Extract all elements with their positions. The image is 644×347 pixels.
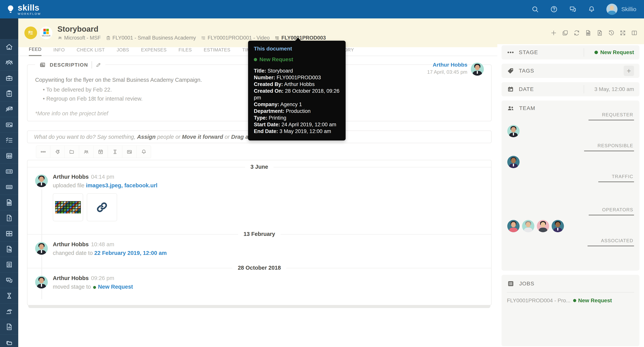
edit-description-icon[interactable] (96, 62, 101, 68)
pdf-export-icon[interactable] (596, 29, 603, 36)
more-options-button[interactable] (36, 145, 50, 158)
sidebar-item-home[interactable] (0, 39, 18, 55)
sidebar-item-card[interactable] (0, 117, 18, 133)
add-icon[interactable] (550, 29, 557, 36)
time-button[interactable] (108, 145, 122, 158)
breadcrumb-parent-job[interactable]: FLY0001PROD001 - Video (201, 35, 270, 41)
job-list-item[interactable]: FLY0001PROD004 - Pro... New Request (507, 298, 634, 304)
job-code: FLY0001PROD004 - Pro... (507, 298, 570, 304)
tab-expenses[interactable]: EXPENSES (141, 47, 166, 56)
sidebar-item-payment-check[interactable]: $ (0, 164, 18, 179)
feed-author-link[interactable]: Arthur Hobbs (53, 275, 89, 281)
responsible-avatar[interactable] (507, 156, 520, 168)
sidebar-item-hourglass[interactable] (0, 288, 18, 304)
calendar-icon (98, 149, 104, 155)
refresh-icon[interactable] (573, 29, 580, 36)
feed-author-link[interactable]: Arthur Hobbs (53, 174, 89, 180)
sidebar-item-archive-drawer[interactable] (0, 226, 18, 241)
workflow-button[interactable] (50, 145, 65, 158)
sidebar-item-calculator[interactable] (0, 148, 18, 164)
operator-avatar[interactable] (522, 220, 534, 232)
requester-avatar[interactable] (507, 125, 520, 137)
breadcrumb-campaign[interactable]: FLY0001 - Small Business Academy (106, 35, 196, 41)
assign-people-button[interactable] (79, 145, 94, 158)
role-operators-label: OPERATORS (507, 207, 634, 215)
job-stage: New Request (578, 298, 612, 304)
attachment-url-thumbnail[interactable] (87, 193, 117, 221)
sidebar-item-estimate-doc[interactable] (0, 195, 18, 210)
form-button[interactable] (122, 145, 137, 158)
job-list-icon (201, 35, 206, 40)
schedule-button[interactable] (94, 145, 108, 158)
sidebar-item-keyboard[interactable] (0, 179, 18, 195)
description-author-avatar[interactable] (471, 62, 484, 76)
tab-info[interactable]: INFO (54, 47, 65, 56)
sidebar-item-billing-chat[interactable]: $ (0, 273, 18, 288)
client-logo-microsoft[interactable]: Microsoft (40, 26, 52, 39)
sidebar-item-presentation[interactable] (0, 101, 18, 117)
tab-files[interactable]: FILES (178, 47, 192, 56)
role-associated-label: ASSOCIATED (507, 238, 634, 246)
logo-title: skills (18, 3, 41, 12)
feed-entry-avatar[interactable] (35, 276, 48, 289)
breadcrumb: Microsoft - MSF FLY0001 - Small Business… (58, 35, 326, 41)
split-view-icon[interactable] (631, 29, 638, 36)
keyboard-icon (5, 183, 14, 191)
date-section[interactable]: DATE 3 May, 12:00 am (502, 82, 640, 96)
sidebar-item-vacation-umbrella[interactable] (0, 304, 18, 319)
composer-move: Move it forward (182, 134, 223, 140)
search-icon[interactable] (531, 5, 539, 13)
notifications-icon[interactable] (588, 5, 596, 13)
sidebar-item-briefcase[interactable] (0, 70, 18, 86)
changed-date-link[interactable]: 22 February 2019, 12:00 am (94, 250, 167, 256)
reminder-button[interactable] (137, 145, 151, 158)
expand-icon[interactable] (619, 29, 626, 36)
sidebar-item-invoice-doc[interactable]: $ (0, 210, 18, 226)
sidebar-item-report-chart[interactable] (0, 319, 18, 335)
sidebar-item-tasks[interactable] (0, 86, 18, 101)
description-timestamp: 17 April, 03:45 pm (427, 69, 467, 75)
add-tag-button[interactable]: + (624, 66, 634, 76)
description-author-link[interactable]: Arthur Hobbs (427, 62, 467, 68)
operator-avatar[interactable] (552, 220, 564, 232)
user-menu[interactable]: Skillio (606, 4, 636, 15)
team-section: TEAM REQUESTER RESPONSIBLE TRAFFIC OPERA… (502, 101, 640, 271)
estimate-doc-icon[interactable] (585, 29, 592, 36)
sidebar-item-receipt[interactable] (0, 257, 18, 273)
lightbulb-icon (6, 4, 16, 14)
operator-avatar[interactable] (507, 220, 520, 232)
history-icon[interactable] (608, 29, 615, 36)
attachment-list (53, 193, 158, 221)
stage-link[interactable]: New Request (98, 284, 133, 290)
feed-entry-avatar[interactable] (35, 174, 48, 187)
tab-jobs[interactable]: JOBS (117, 47, 129, 56)
operator-avatar[interactable] (537, 220, 549, 232)
tab-estimates[interactable]: ESTIMATES (204, 47, 230, 56)
sidebar-item-document[interactable] (0, 241, 18, 257)
help-icon[interactable] (550, 5, 558, 13)
attach-file-button[interactable] (65, 145, 79, 158)
home-icon (5, 43, 14, 51)
app-logo[interactable]: skills WORKFLOW (6, 3, 41, 15)
feed-entry-avatar[interactable] (35, 242, 48, 255)
tooltip-title: This document (254, 46, 340, 52)
tab-check-list[interactable]: CHECK LIST (76, 47, 105, 56)
stage-section[interactable]: STAGE New Request (502, 45, 640, 59)
uploaded-file-link[interactable]: images3.jpeg, (86, 182, 123, 188)
estimate-doc-icon (5, 198, 14, 207)
composer-assign: Assign (137, 134, 156, 140)
sidebar-item-folders[interactable] (0, 335, 18, 347)
chat-icon[interactable] (569, 5, 577, 13)
breadcrumb-client[interactable]: Microsoft - MSF (58, 35, 101, 41)
attachment-image-thumbnail[interactable] (53, 193, 83, 221)
feed-entry-time: 04:14 pm (91, 174, 114, 180)
sidebar-item-checklist[interactable] (0, 133, 18, 148)
page-title: Storyboard (58, 25, 326, 33)
tab-feed[interactable]: FEED (29, 47, 42, 56)
document-type-badge[interactable] (24, 26, 37, 39)
sidebar-item-team[interactable] (0, 55, 18, 70)
feed-author-link[interactable]: Arthur Hobbs (53, 241, 89, 247)
uploaded-file-link[interactable]: facebook.url (124, 182, 157, 188)
copy-icon[interactable] (562, 29, 569, 36)
date-value: 3 May, 12:00 am (584, 86, 634, 92)
